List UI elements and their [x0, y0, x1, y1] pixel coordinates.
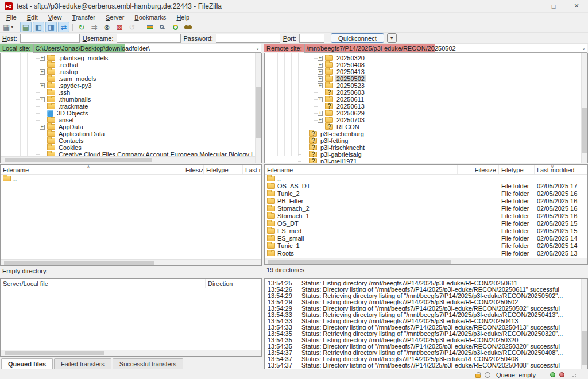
tree-item[interactable]: +20250502	[265, 75, 581, 82]
toggle-remote-tree-button[interactable]: ◨	[45, 22, 57, 32]
disconnect-button[interactable]: ⊠	[114, 22, 125, 32]
file-list-row[interactable]: RootsFile folder02/05/2025 13	[265, 249, 587, 257]
expand-plus-icon[interactable]: +	[318, 56, 323, 61]
file-list-row[interactable]: Stomach_2File folder02/05/2025 16	[265, 204, 587, 212]
tree-item[interactable]: +20250703	[265, 117, 581, 123]
menu-view[interactable]: View	[43, 14, 67, 21]
tab-queued-files[interactable]: Queued files	[1, 358, 53, 369]
horizontal-scrollbar[interactable]	[1, 259, 261, 265]
tab-successful-transfers[interactable]: Successful transfers	[113, 358, 183, 369]
tree-item[interactable]: ansel	[1, 117, 254, 123]
scrollbar-thumb[interactable]	[582, 331, 587, 365]
menu-help[interactable]: Help	[171, 14, 195, 21]
file-list-row[interactable]: OS_AS_DTFile folder02/05/2025 17	[265, 182, 587, 190]
vertical-scrollbar[interactable]	[255, 53, 261, 163]
file-list-row[interactable]: Tunic_1File folder02/05/2025 14	[265, 242, 587, 249]
tree-item[interactable]: p3l-grell1971	[265, 158, 581, 163]
column-header-filename[interactable]: Filename	[265, 165, 458, 174]
menu-edit[interactable]: Edit	[22, 14, 43, 21]
scrollbar-thumb[interactable]	[256, 87, 261, 138]
toggle-transfer-queue-button[interactable]: ⇄	[58, 22, 69, 32]
column-header-filesize[interactable]: Filesize	[458, 165, 499, 174]
tree-item[interactable]: +.thumbnails	[1, 96, 254, 103]
close-button[interactable]: ✕	[565, 0, 588, 13]
file-list-row[interactable]: ..	[1, 175, 261, 182]
local-site-path-combo[interactable]: C:\Users\Jonas\Desktop\downloadfolder\ ∨	[33, 44, 261, 53]
find-files-button[interactable]	[182, 22, 194, 32]
file-list-row[interactable]: PB_FilterFile folder02/05/2025 16	[265, 197, 587, 204]
scrollbar-thumb[interactable]	[4, 261, 154, 265]
expand-plus-icon[interactable]: +	[40, 56, 45, 61]
tab-failed-transfers[interactable]: Failed transfers	[54, 358, 111, 369]
tree-item[interactable]: 20250613	[265, 103, 581, 110]
column-header-filesize[interactable]: Filesize	[183, 165, 204, 174]
column-header-filetype[interactable]: Filetype	[204, 165, 243, 174]
tree-item[interactable]: +.rustup	[1, 68, 254, 75]
quickconnect-button[interactable]: Quickconnect	[331, 33, 384, 43]
expand-plus-icon[interactable]: +	[318, 83, 323, 88]
tree-item[interactable]: .ssh	[1, 89, 254, 96]
tree-item[interactable]: +.plantseg_models	[1, 55, 254, 61]
column-header-filename[interactable]: Filename	[1, 165, 183, 174]
scrollbar-thumb[interactable]	[268, 260, 451, 264]
process-queue-button[interactable]: ⇉	[88, 22, 100, 32]
column-header-last-modified[interactable]: Last modified	[535, 165, 587, 174]
tree-item[interactable]: p3l-frischknecht	[265, 144, 581, 151]
tree-item[interactable]: p3l-eschenburg	[265, 130, 581, 137]
scrollbar-thumb[interactable]	[5, 158, 152, 162]
remote-site-path-combo[interactable]: /mnt/beegfs7/P14/2025/p3l-eduke/RECON/20…	[304, 44, 587, 53]
expand-plus-icon[interactable]: +	[318, 111, 323, 116]
menu-file[interactable]: File	[1, 14, 22, 21]
username-input[interactable]	[117, 34, 181, 43]
expand-plus-icon[interactable]: +	[40, 125, 45, 130]
menu-bookmarks[interactable]: Bookmarks	[129, 14, 171, 21]
tree-item[interactable]: 20250603	[265, 89, 581, 96]
scrollbar-thumb[interactable]	[582, 108, 587, 153]
directory-comparison-button[interactable]	[157, 22, 168, 32]
resize-grip[interactable]	[571, 372, 577, 378]
tree-item[interactable]: p3l-gabrielsalg	[265, 151, 581, 158]
speed-limit-icon[interactable]	[485, 372, 490, 378]
tree-item[interactable]: .sam_models	[1, 75, 254, 82]
tree-item[interactable]: 3D Objects	[1, 110, 254, 117]
tree-item[interactable]: .redhat	[1, 61, 254, 68]
vertical-scrollbar[interactable]	[581, 279, 587, 369]
file-list-row[interactable]: OS_DTFile folder02/05/2025 15	[265, 219, 587, 227]
password-input[interactable]	[216, 34, 280, 43]
tree-item[interactable]: p3l-fetting	[265, 137, 581, 144]
tree-item[interactable]: +20250611	[265, 96, 581, 103]
expand-plus-icon[interactable]: +	[318, 69, 323, 75]
synchronized-browsing-button[interactable]	[169, 22, 181, 32]
horizontal-scrollbar[interactable]	[1, 156, 255, 163]
horizontal-scrollbar[interactable]	[265, 258, 587, 264]
host-input[interactable]	[20, 34, 80, 43]
tree-item[interactable]: +20250408	[265, 61, 581, 68]
column-header-direction[interactable]: Direction	[206, 279, 261, 288]
file-list-row[interactable]: Stomach_1File folder02/05/2025 16	[265, 212, 587, 219]
tree-item[interactable]: +20250523	[265, 82, 581, 89]
tree-item[interactable]: +20250629	[265, 110, 581, 117]
vertical-scrollbar[interactable]	[581, 53, 587, 163]
expand-plus-icon[interactable]: +	[318, 63, 323, 68]
column-header-last-modified[interactable]: Last modified	[243, 165, 261, 174]
expand-plus-icon[interactable]: +	[40, 97, 45, 102]
tree-item[interactable]: +.spyder-py3	[1, 82, 254, 89]
toggle-log-view-button[interactable]: ▤	[20, 22, 32, 32]
file-list-row[interactable]: ES_medFile folder02/05/2025 15	[265, 227, 587, 234]
site-manager-button[interactable]: ▦▾	[2, 22, 14, 32]
maximize-button[interactable]: □	[542, 0, 565, 13]
toggle-local-tree-button[interactable]: ◧	[33, 22, 44, 32]
expand-plus-icon[interactable]: +	[40, 69, 45, 75]
tree-item[interactable]: Contacts	[1, 137, 254, 144]
port-input[interactable]	[299, 34, 324, 43]
tree-item[interactable]: Cookies	[1, 144, 254, 151]
column-header-filetype[interactable]: Filetype	[499, 165, 535, 174]
chevron-down-icon[interactable]: ∨	[582, 47, 585, 51]
expand-plus-icon[interactable]: +	[318, 118, 323, 123]
filter-button[interactable]	[144, 22, 156, 32]
chevron-down-icon[interactable]: ∨	[256, 47, 259, 51]
reconnect-button[interactable]: ↺	[126, 22, 138, 32]
tree-item[interactable]: Application Data	[1, 130, 254, 137]
scrollbar-thumb[interactable]	[5, 351, 104, 355]
expand-plus-icon[interactable]: +	[40, 83, 45, 88]
